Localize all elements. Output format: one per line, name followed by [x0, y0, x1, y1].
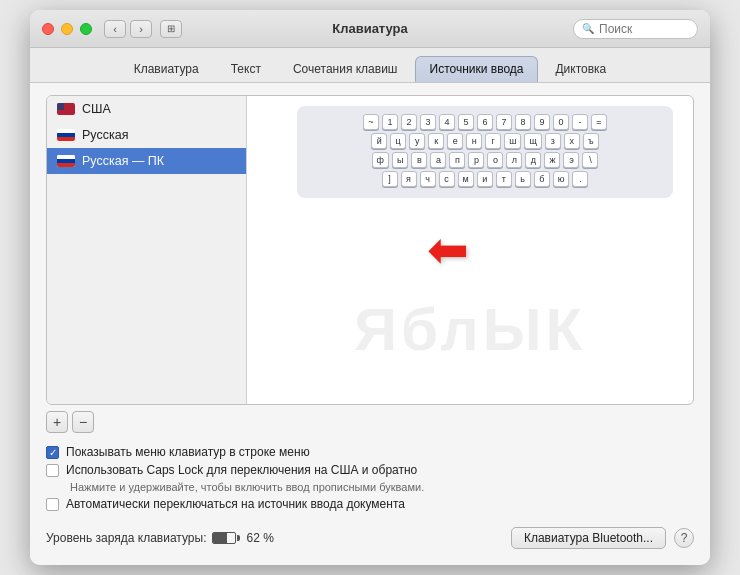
tab-shortcuts[interactable]: Сочетания клавиш: [278, 56, 413, 82]
source-item-russian[interactable]: Русская: [47, 122, 246, 148]
watermark: ЯблЫК: [354, 295, 586, 364]
tab-keyboard[interactable]: Клавиатура: [119, 56, 214, 82]
kb-key: ]: [382, 171, 398, 187]
kb-key: г: [485, 133, 501, 149]
window-title: Клавиатура: [332, 21, 408, 36]
content-area: США Русская Русская —: [30, 83, 710, 565]
option-show-menu: ✓ Показывать меню клавиатур в строке мен…: [46, 445, 694, 459]
source-item-russian-pc[interactable]: Русская — ПК: [47, 148, 246, 174]
kb-key: щ: [524, 133, 541, 149]
kb-key: а: [430, 152, 446, 168]
kb-key: 3: [420, 114, 436, 130]
option-auto-switch: Автоматически переключаться на источник …: [46, 497, 694, 511]
battery-body: [212, 532, 236, 544]
kb-key: й: [371, 133, 387, 149]
kb-key: с: [439, 171, 455, 187]
search-input[interactable]: [599, 22, 689, 36]
minimize-button[interactable]: [61, 23, 73, 35]
nav-buttons: ‹ ›: [104, 20, 152, 38]
kb-key: 0: [553, 114, 569, 130]
close-button[interactable]: [42, 23, 54, 35]
flag-ru2: [57, 155, 75, 167]
kb-key: 5: [458, 114, 474, 130]
flag-us: [57, 103, 75, 115]
back-button[interactable]: ‹: [104, 20, 126, 38]
kb-key: л: [506, 152, 522, 168]
kb-key: 9: [534, 114, 550, 130]
battery-fill: [213, 533, 227, 543]
kb-key: д: [525, 152, 541, 168]
keyboard-preview: ~ 1 2 3 4 5 6 7 8 9 0 - =: [297, 106, 673, 198]
kb-key: з: [545, 133, 561, 149]
kb-key: т: [496, 171, 512, 187]
source-label-russian-pc: Русская — ПК: [82, 154, 164, 168]
kb-key: в: [411, 152, 427, 168]
tab-dictation[interactable]: Диктовка: [540, 56, 621, 82]
battery-icon: [212, 532, 240, 544]
maximize-button[interactable]: [80, 23, 92, 35]
battery-info: Уровень заряда клавиатуры: 62 %: [46, 531, 274, 545]
grid-button[interactable]: ⊞: [160, 20, 182, 38]
bluetooth-keyboard-button[interactable]: Клавиатура Bluetooth...: [511, 527, 666, 549]
kb-key: и: [477, 171, 493, 187]
kb-key: п: [449, 152, 465, 168]
kb-key: ч: [420, 171, 436, 187]
option-caps-lock-sub: Нажмите и удерживайте, чтобы включить вв…: [70, 481, 694, 493]
kb-row-4: ] я ч с м и т ь б ю .: [303, 171, 667, 187]
kb-key: м: [458, 171, 474, 187]
main-panel: США Русская Русская —: [46, 95, 694, 405]
kb-key: ъ: [583, 133, 599, 149]
kb-row-2: й ц у к е н г ш щ з х ъ: [303, 133, 667, 149]
status-buttons: Клавиатура Bluetooth... ?: [511, 527, 694, 549]
source-label-usa: США: [82, 102, 111, 116]
kb-key: 8: [515, 114, 531, 130]
kb-key: н: [466, 133, 482, 149]
red-arrow: ⬅: [427, 221, 469, 279]
forward-button[interactable]: ›: [130, 20, 152, 38]
kb-key: 1: [382, 114, 398, 130]
kb-key: 4: [439, 114, 455, 130]
main-window: ‹ › ⊞ Клавиатура 🔍 Клавиатура Текст Соче…: [30, 10, 710, 565]
kb-key: ц: [390, 133, 406, 149]
kb-key: х: [564, 133, 580, 149]
kb-key: ~: [363, 114, 379, 130]
tab-input-sources[interactable]: Источники ввода: [415, 56, 539, 82]
kb-key: б: [534, 171, 550, 187]
checkbox-show-menu[interactable]: ✓: [46, 446, 59, 459]
search-box: 🔍: [573, 19, 698, 39]
kb-key: э: [563, 152, 579, 168]
kb-key: р: [468, 152, 484, 168]
tab-text[interactable]: Текст: [216, 56, 276, 82]
option-caps-lock-label: Использовать Caps Lock для переключения …: [66, 463, 417, 477]
titlebar: ‹ › ⊞ Клавиатура 🔍: [30, 10, 710, 48]
kb-key: \: [582, 152, 598, 168]
remove-source-button[interactable]: −: [72, 411, 94, 433]
kb-key: 2: [401, 114, 417, 130]
kb-key: о: [487, 152, 503, 168]
status-bar: Уровень заряда клавиатуры: 62 % Клавиату…: [46, 519, 694, 553]
source-item-usa[interactable]: США: [47, 96, 246, 122]
kb-key: ш: [504, 133, 521, 149]
add-source-button[interactable]: +: [46, 411, 68, 433]
kb-key: .: [572, 171, 588, 187]
kb-key: ж: [544, 152, 560, 168]
options-area: ✓ Показывать меню клавиатур в строке мен…: [46, 441, 694, 519]
battery-cap: [237, 535, 240, 541]
kb-key: 6: [477, 114, 493, 130]
kb-key: ф: [372, 152, 389, 168]
battery-percent: 62 %: [246, 531, 273, 545]
kb-key: к: [428, 133, 444, 149]
option-caps-lock-sub-label: Нажмите и удерживайте, чтобы включить вв…: [70, 481, 424, 493]
kb-key: ь: [515, 171, 531, 187]
source-list: США Русская Русская —: [47, 96, 247, 404]
traffic-lights: [42, 23, 92, 35]
kb-key: =: [591, 114, 607, 130]
kb-key: ю: [553, 171, 570, 187]
kb-row-3: ф ы в а п р о л д ж э \: [303, 152, 667, 168]
checkbox-auto-switch[interactable]: [46, 498, 59, 511]
kb-key: е: [447, 133, 463, 149]
kb-row-1: ~ 1 2 3 4 5 6 7 8 9 0 - =: [303, 114, 667, 130]
battery-label: Уровень заряда клавиатуры:: [46, 531, 206, 545]
help-button[interactable]: ?: [674, 528, 694, 548]
checkbox-caps-lock[interactable]: [46, 464, 59, 477]
